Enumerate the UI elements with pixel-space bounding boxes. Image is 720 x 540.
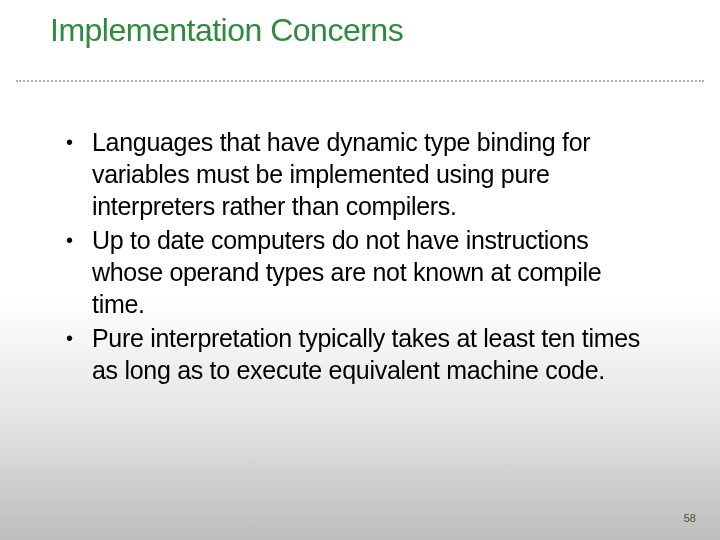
list-item: Up to date computers do not have instruc… [60, 224, 640, 320]
bullet-list: Languages that have dynamic type binding… [60, 126, 640, 386]
divider-line [16, 80, 704, 82]
list-item: Pure interpretation typically takes at l… [60, 322, 640, 386]
list-item: Languages that have dynamic type binding… [60, 126, 640, 222]
slide-title: Implementation Concerns [50, 12, 403, 49]
slide-body: Languages that have dynamic type binding… [60, 126, 640, 388]
slide: Implementation Concerns Languages that h… [0, 0, 720, 540]
page-number: 58 [684, 512, 696, 524]
